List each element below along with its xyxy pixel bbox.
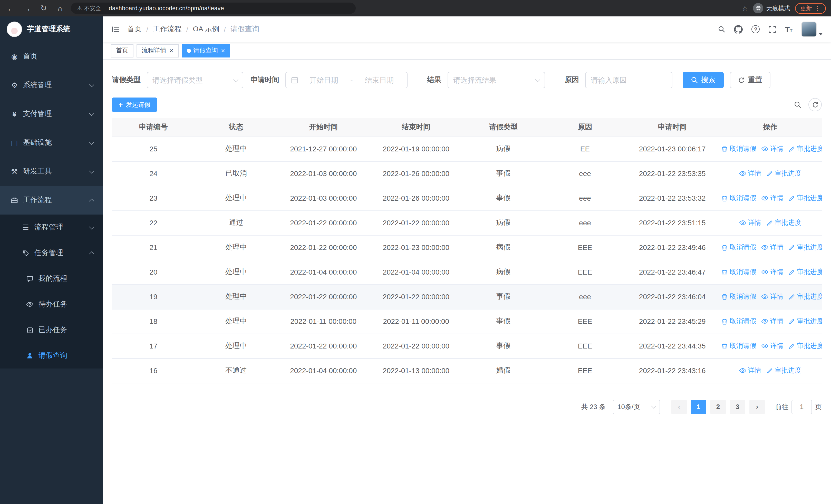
search-button[interactable]: 搜索 (683, 72, 724, 88)
approval-progress-button[interactable]: 审批进度 (789, 144, 822, 153)
apply-time-range-picker[interactable]: - (285, 72, 407, 88)
chevron-up-icon (89, 251, 94, 256)
approval-progress-button[interactable]: 审批进度 (789, 267, 822, 277)
user-menu[interactable] (801, 22, 823, 37)
approval-progress-button[interactable]: 审批进度 (789, 194, 822, 203)
leave-type-select[interactable] (147, 72, 243, 88)
page-button-3[interactable]: 3 (730, 399, 745, 414)
browser-menu-icon[interactable]: ⋮ (814, 5, 821, 12)
security-warning[interactable]: ⚠ 不安全 (77, 4, 101, 12)
browser-update-button[interactable]: 更新 ⋮ (795, 3, 826, 13)
sidebar-item-工作流程[interactable]: 工作流程 (0, 186, 103, 214)
fullscreen-icon[interactable] (769, 25, 776, 33)
breadcrumb-item[interactable]: OA 示例 (193, 25, 220, 34)
browser-forward-icon[interactable]: → (22, 3, 33, 14)
detail-button[interactable]: 详情 (762, 144, 783, 153)
tab-close-icon[interactable]: × (221, 47, 225, 54)
sidebar-item-首页[interactable]: ◉首页 (0, 42, 103, 71)
detail-button[interactable]: 详情 (762, 292, 783, 301)
detail-button[interactable]: 详情 (762, 341, 783, 350)
sidebar-item-支付管理[interactable]: ¥支付管理 (0, 99, 103, 128)
cancel-leave-button[interactable]: 取消请假 (721, 292, 756, 301)
column-header: 开始时间 (277, 118, 370, 137)
detail-button[interactable]: 详情 (739, 169, 761, 178)
breadcrumb-separator: / (224, 25, 226, 33)
cancel-leave-button[interactable]: 取消请假 (721, 341, 756, 351)
tab-首页[interactable]: 首页 (111, 44, 134, 57)
cell-leave-type: 事假 (462, 186, 544, 210)
detail-button[interactable]: 详情 (739, 218, 761, 227)
goto-page-input[interactable] (792, 399, 812, 414)
font-size-icon[interactable]: TT (785, 25, 793, 33)
plus-icon: + (119, 100, 123, 109)
header-search-icon[interactable] (718, 26, 725, 33)
sidebar-item-待办任务[interactable]: 待办任务 (0, 292, 103, 317)
refresh-table-button[interactable] (808, 98, 822, 111)
cancel-leave-button[interactable]: 取消请假 (721, 267, 756, 277)
breadcrumb-separator: / (186, 25, 189, 33)
detail-button-label: 详情 (770, 317, 783, 326)
approval-progress-button[interactable]: 审批进度 (789, 317, 822, 326)
breadcrumb-item[interactable]: 工作流程 (153, 25, 182, 34)
logo[interactable]: 芋道管理系统 (0, 17, 103, 42)
cancel-leave-button[interactable]: 取消请假 (721, 243, 756, 252)
create-leave-button[interactable]: + 发起请假 (112, 97, 157, 112)
next-page-button[interactable]: › (749, 399, 765, 414)
detail-button[interactable]: 详情 (762, 317, 783, 326)
end-date-input[interactable] (357, 76, 402, 84)
sidebar-item-流程管理[interactable]: ☰流程管理 (0, 214, 103, 240)
sidebar-collapse-icon[interactable] (111, 25, 120, 34)
table-row: 22通过2022-01-22 00:00:002022-01-22 00:00:… (112, 210, 822, 235)
approval-progress-button[interactable]: 审批进度 (766, 169, 801, 178)
sidebar-item-任务管理[interactable]: 任务管理 (0, 240, 103, 266)
reason-input-wrap[interactable] (585, 72, 672, 88)
browser-back-icon[interactable]: ← (5, 3, 17, 14)
sidebar-item-基础设施[interactable]: ▤基础设施 (0, 128, 103, 157)
page-button-1[interactable]: 1 (691, 399, 706, 414)
browser-reload-icon[interactable]: ↻ (38, 3, 49, 14)
help-icon[interactable]: ? (752, 25, 760, 33)
approval-progress-button[interactable]: 审批进度 (766, 366, 801, 375)
sidebar-item-我的流程[interactable]: 我的流程 (0, 266, 103, 292)
cell-apply-time: 2022-01-22 23:51:15 (626, 210, 719, 235)
sidebar-item-研发工具[interactable]: ⚒研发工具 (0, 157, 103, 186)
page-button-2[interactable]: 2 (710, 399, 726, 414)
detail-button[interactable]: 详情 (762, 193, 783, 203)
search-button-label: 搜索 (701, 76, 716, 85)
detail-button[interactable]: 详情 (739, 366, 761, 375)
cancel-leave-button[interactable]: 取消请假 (721, 144, 756, 153)
reset-button[interactable]: 重置 (730, 72, 770, 88)
start-date-input[interactable] (301, 76, 346, 84)
detail-button[interactable]: 详情 (762, 242, 783, 252)
sidebar-item-系统管理[interactable]: ⚙系统管理 (0, 71, 103, 99)
approval-progress-button[interactable]: 审批进度 (789, 243, 822, 252)
approval-progress-button[interactable]: 审批进度 (766, 218, 801, 227)
github-icon[interactable] (734, 25, 743, 34)
trash-icon (721, 343, 728, 349)
tab-close-icon[interactable]: × (169, 47, 173, 54)
tab-请假查询[interactable]: 请假查询× (181, 44, 230, 57)
tab-流程详情[interactable]: 流程详情× (137, 44, 178, 57)
result-select-input[interactable] (453, 76, 533, 84)
eye-icon (762, 318, 769, 325)
approval-progress-button[interactable]: 审批进度 (789, 341, 822, 351)
page-size-select[interactable] (613, 399, 660, 414)
toggle-search-icon[interactable] (794, 101, 801, 108)
browser-home-icon[interactable]: ⌂ (54, 3, 66, 14)
address-separator (105, 5, 105, 11)
prev-page-button[interactable]: ‹ (671, 399, 687, 414)
detail-button[interactable]: 详情 (762, 267, 783, 276)
edit-icon (789, 318, 795, 325)
cancel-leave-button[interactable]: 取消请假 (721, 317, 756, 326)
sidebar-item-已办任务[interactable]: 已办任务 (0, 317, 103, 343)
sidebar-item-请假查询[interactable]: 请假查询 (0, 343, 103, 368)
breadcrumb-item[interactable]: 首页 (127, 25, 142, 34)
bookmark-star-icon[interactable]: ☆ (742, 4, 748, 12)
result-select[interactable] (448, 72, 545, 88)
approval-progress-button[interactable]: 审批进度 (789, 292, 822, 301)
leave-type-select-input[interactable] (152, 76, 231, 84)
reason-input[interactable] (591, 76, 667, 84)
devtools-icon: ⚒ (10, 168, 19, 175)
address-bar[interactable]: ⚠ 不安全 dashboard.yudao.iocoder.cn/bpm/oa/… (71, 3, 356, 14)
cancel-leave-button[interactable]: 取消请假 (721, 194, 756, 203)
